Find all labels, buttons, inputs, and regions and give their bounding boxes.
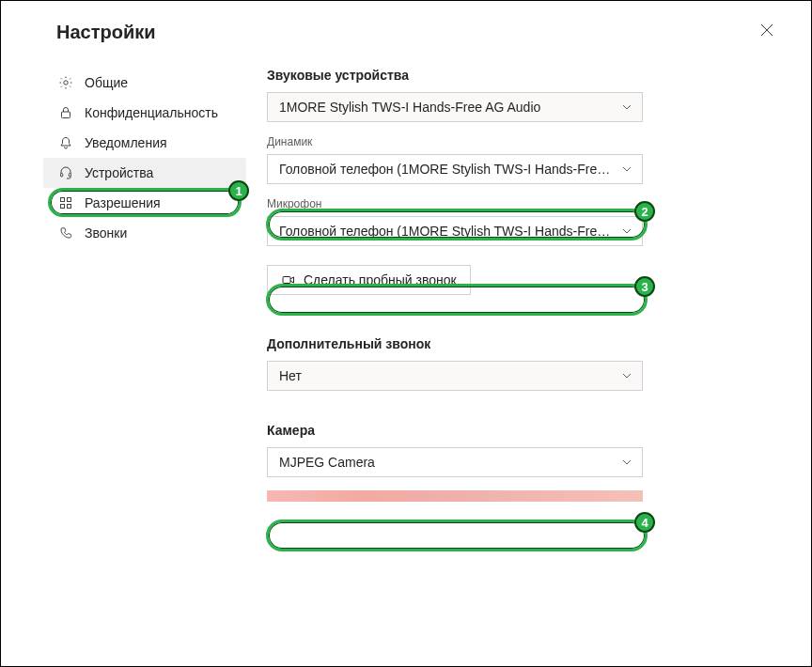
devices-panel: Звуковые устройства 1MORE Stylish TWS-I … <box>246 68 773 502</box>
test-call-button[interactable]: Сделать пробный звонок <box>267 265 471 295</box>
camera-value: MJPEG Camera <box>279 455 375 470</box>
settings-header: Настройки <box>0 0 812 54</box>
sidebar-item-privacy[interactable]: Конфиденциальность <box>43 98 246 128</box>
annotation-badge: 2 <box>634 201 655 222</box>
sidebar-item-permissions[interactable]: Разрешения <box>43 188 246 218</box>
svg-rect-7 <box>68 205 71 209</box>
settings-layout: Общие Конфиденциальность Уведомления Уст… <box>0 54 812 502</box>
grid-icon <box>58 195 73 210</box>
annotation-badge: 4 <box>634 512 655 533</box>
audio-device-value: 1MORE Stylish TWS-I Hands-Free AG Audio <box>279 100 540 115</box>
svg-point-0 <box>64 81 68 85</box>
svg-rect-3 <box>69 174 70 178</box>
svg-rect-5 <box>68 198 71 202</box>
chevron-down-icon <box>621 225 634 238</box>
camera-select[interactable]: MJPEG Camera <box>267 447 643 477</box>
sidebar-item-label: Звонки <box>85 225 127 240</box>
annotation-4: 4 <box>266 520 648 551</box>
phone-icon <box>58 225 73 240</box>
speaker-select[interactable]: Головной телефон (1MORE Stylish TWS-I Ha… <box>267 154 643 184</box>
sidebar-item-label: Устройства <box>85 165 153 180</box>
chevron-down-icon <box>621 163 634 176</box>
microphone-value: Головной телефон (1MORE Stylish TWS-I Ha… <box>279 224 612 239</box>
camera-preview <box>267 490 643 502</box>
svg-rect-4 <box>61 198 65 202</box>
bell-icon <box>58 135 73 150</box>
annotation-badge: 3 <box>634 276 655 297</box>
speaker-value: Головной телефон (1MORE Stylish TWS-I Ha… <box>279 162 612 177</box>
sidebar-item-label: Уведомления <box>85 135 167 150</box>
svg-rect-1 <box>62 112 70 118</box>
secondary-ringer-value: Нет <box>279 368 302 383</box>
lock-icon <box>58 105 73 120</box>
settings-sidebar: Общие Конфиденциальность Уведомления Уст… <box>43 68 246 502</box>
svg-rect-2 <box>61 174 63 178</box>
annotation-badge: 1 <box>228 180 249 201</box>
sidebar-item-general[interactable]: Общие <box>43 68 246 98</box>
microphone-select[interactable]: Головной телефон (1MORE Stylish TWS-I Ha… <box>267 216 643 246</box>
sidebar-item-label: Конфиденциальность <box>85 105 218 120</box>
close-icon <box>760 23 773 40</box>
sidebar-item-label: Разрешения <box>85 195 161 210</box>
audio-devices-heading: Звуковые устройства <box>267 68 726 83</box>
test-call-label: Сделать пробный звонок <box>304 272 457 287</box>
sidebar-item-label: Общие <box>85 75 128 90</box>
secondary-ringer-select[interactable]: Нет <box>267 361 643 391</box>
camera-heading: Камера <box>267 423 726 438</box>
svg-rect-6 <box>61 205 65 209</box>
speaker-label: Динамик <box>267 135 726 148</box>
microphone-label: Микрофон <box>267 197 726 210</box>
audio-device-select[interactable]: 1MORE Stylish TWS-I Hands-Free AG Audio <box>267 92 643 122</box>
headset-icon <box>58 165 73 180</box>
sidebar-item-calls[interactable]: Звонки <box>43 218 246 248</box>
svg-rect-8 <box>283 277 290 284</box>
chevron-down-icon <box>621 101 634 114</box>
close-button[interactable] <box>752 17 782 47</box>
secondary-ringer-heading: Дополнительный звонок <box>267 336 726 351</box>
sidebar-item-devices[interactable]: Устройства <box>43 158 246 188</box>
sidebar-item-notifications[interactable]: Уведомления <box>43 128 246 158</box>
chevron-down-icon <box>621 369 634 382</box>
video-call-icon <box>281 272 296 287</box>
gear-icon <box>58 75 73 90</box>
settings-title: Настройки <box>56 22 156 43</box>
chevron-down-icon <box>621 456 634 469</box>
